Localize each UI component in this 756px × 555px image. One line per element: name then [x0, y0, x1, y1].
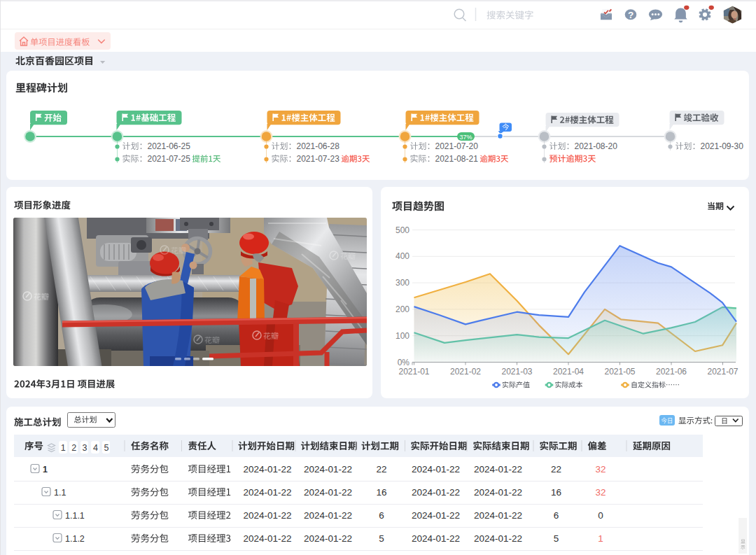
svg-text:3: 3	[83, 443, 88, 453]
svg-text:300: 300	[396, 278, 410, 288]
svg-text:1.1.1: 1.1.1	[65, 511, 85, 521]
svg-text:4: 4	[93, 443, 98, 453]
svg-text:2024-01-22: 2024-01-22	[474, 510, 522, 521]
svg-text:6: 6	[554, 510, 559, 521]
svg-text:2024-01-22: 2024-01-22	[474, 487, 522, 498]
svg-text:2021-07-25: 2021-07-25	[148, 154, 191, 164]
svg-text:200: 200	[396, 304, 410, 314]
svg-text:5: 5	[554, 533, 559, 544]
svg-text:32: 32	[595, 464, 606, 475]
svg-text:16: 16	[551, 487, 561, 498]
svg-text:2024-01-22: 2024-01-22	[304, 464, 352, 475]
svg-text:1: 1	[598, 533, 603, 544]
svg-text:2021-06-28: 2021-06-28	[297, 141, 340, 151]
svg-text:1.1: 1.1	[54, 488, 66, 498]
svg-text:2021-08-20: 2021-08-20	[575, 141, 618, 151]
svg-text:2024-01-22: 2024-01-22	[304, 487, 352, 498]
svg-text:2021-07-23: 2021-07-23	[297, 154, 340, 164]
svg-text:2021-07: 2021-07	[707, 367, 738, 377]
svg-text:2021-08-21: 2021-08-21	[435, 154, 479, 164]
svg-text:2024-01-22: 2024-01-22	[243, 464, 291, 475]
svg-text:2021-01: 2021-01	[398, 367, 429, 377]
svg-text:2021-03: 2021-03	[501, 367, 532, 377]
svg-text:0%: 0%	[398, 358, 410, 367]
svg-text:2024-01-22: 2024-01-22	[412, 533, 460, 544]
svg-text:2021-06-25: 2021-06-25	[148, 141, 191, 151]
svg-text:2024-01-22: 2024-01-22	[304, 510, 352, 521]
svg-text:6: 6	[379, 510, 384, 521]
svg-text:22: 22	[551, 464, 561, 475]
svg-text:2021-02: 2021-02	[450, 367, 481, 377]
svg-text:2021-05: 2021-05	[604, 367, 635, 377]
svg-text:5: 5	[104, 443, 108, 453]
svg-text:100: 100	[396, 331, 410, 341]
svg-text:2024-01-22: 2024-01-22	[243, 487, 291, 498]
svg-text:2024-01-22: 2024-01-22	[412, 487, 460, 498]
svg-text:2021-04: 2021-04	[553, 367, 584, 377]
svg-text:2021-09-30: 2021-09-30	[701, 141, 744, 151]
svg-text:500: 500	[396, 225, 410, 235]
svg-text:1.1.2: 1.1.2	[65, 534, 85, 544]
svg-text:2024-01-22: 2024-01-22	[474, 464, 522, 475]
svg-text:1: 1	[61, 443, 66, 453]
svg-text:?: ?	[628, 10, 634, 20]
svg-text:22: 22	[376, 464, 386, 475]
svg-text:2024-01-22: 2024-01-22	[243, 533, 291, 544]
svg-text:2021-07-20: 2021-07-20	[435, 141, 479, 151]
svg-text:2024-01-22: 2024-01-22	[412, 510, 460, 521]
svg-text:2024-01-22: 2024-01-22	[412, 464, 460, 475]
svg-text:2024-01-22: 2024-01-22	[474, 533, 522, 544]
svg-text:2024-01-22: 2024-01-22	[304, 533, 352, 544]
svg-text:32: 32	[595, 487, 606, 498]
svg-text:2024-01-22: 2024-01-22	[243, 510, 291, 521]
svg-text:400: 400	[396, 251, 410, 261]
svg-text:16: 16	[376, 487, 386, 498]
svg-text:2: 2	[71, 443, 76, 453]
svg-text:2021-06: 2021-06	[656, 367, 687, 377]
svg-text:0: 0	[598, 510, 603, 521]
svg-text:37%: 37%	[459, 134, 472, 141]
svg-text:1: 1	[43, 465, 48, 475]
svg-text:5: 5	[379, 533, 384, 544]
